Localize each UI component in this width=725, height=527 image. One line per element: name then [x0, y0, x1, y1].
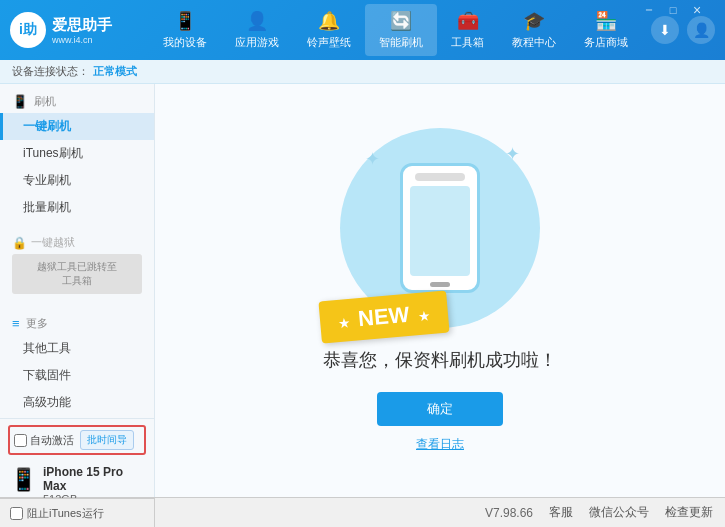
itunes-flash-label: iTunes刷机: [23, 146, 83, 160]
auto-activate-row: 自动激活 批时间导: [8, 425, 146, 455]
logo-area: i助 爱思助手 www.i4.cn: [10, 12, 140, 48]
nav-ringtone-label: 铃声壁纸: [307, 35, 351, 50]
jailbreak-label: 一键越狱: [31, 235, 75, 250]
new-banner: NEW: [318, 291, 449, 344]
service-icon: 🏪: [595, 10, 617, 32]
tutorials-icon: 🎓: [523, 10, 545, 32]
nav-tutorials-label: 教程中心: [512, 35, 556, 50]
version-label: V7.98.66: [485, 506, 533, 520]
flash-section: 📱 刷机 一键刷机 iTunes刷机 专业刷机 批量刷机: [0, 88, 154, 223]
itunes-checkbox[interactable]: [10, 507, 23, 520]
toolbox-icon: 🧰: [457, 10, 479, 32]
other-tools-label: 其他工具: [23, 341, 71, 355]
sub-header-status: 正常模式: [93, 64, 137, 79]
footer-right: V7.98.66 客服 微信公众号 检查更新: [155, 504, 725, 521]
customer-service-link[interactable]: 客服: [549, 504, 573, 521]
jailbreak-notice: 越狱工具已跳转至工具箱: [12, 254, 142, 294]
logo-icon: i助: [10, 12, 46, 48]
logo-sub-text: www.i4.cn: [52, 35, 112, 45]
nav-tutorials[interactable]: 🎓 教程中心: [498, 4, 570, 56]
more-section: ≡ 更多 其他工具 下载固件 高级功能: [0, 310, 154, 418]
minimize-button[interactable]: －: [637, 0, 661, 20]
view-log-button[interactable]: 查看日志: [416, 436, 464, 453]
itunes-bar: 阻止iTunes运行: [0, 498, 155, 527]
nav-service[interactable]: 🏪 务店商域: [570, 4, 642, 56]
sidebar: 📱 刷机 一键刷机 iTunes刷机 专业刷机 批量刷机: [0, 84, 155, 497]
device-name: iPhone 15 Pro Max: [43, 465, 144, 493]
download-firmware-label: 下载固件: [23, 368, 71, 382]
sub-header-label: 设备连接状态：: [12, 64, 89, 79]
download-button[interactable]: ⬇: [651, 16, 679, 44]
logo-text-block: 爱思助手 www.i4.cn: [52, 16, 112, 45]
check-update-link[interactable]: 检查更新: [665, 504, 713, 521]
smart-flash-icon: 🔄: [390, 10, 412, 32]
nav-apps-games[interactable]: 👤 应用游戏: [221, 4, 293, 56]
nav-toolbox[interactable]: 🧰 工具箱: [437, 4, 498, 56]
sidebar-item-download-firmware[interactable]: 下载固件: [0, 362, 154, 389]
nav-my-device-label: 我的设备: [163, 35, 207, 50]
phone-screen: [410, 186, 470, 276]
phone-circle-bg: ✦ ✦ NEW: [340, 128, 540, 328]
main-content: ✦ ✦ NEW 恭喜您，保资料刷机成功啦！: [155, 84, 725, 497]
one-key-flash-label: 一键刷机: [23, 119, 71, 133]
nav-toolbox-label: 工具箱: [451, 35, 484, 50]
nav-my-device[interactable]: 📱 我的设备: [149, 4, 221, 56]
my-device-icon: 📱: [174, 10, 196, 32]
device-phone-icon: 📱: [10, 467, 37, 493]
auto-activate-checkbox[interactable]: 自动激活: [14, 433, 74, 448]
sidebar-item-itunes-flash[interactable]: iTunes刷机: [0, 140, 154, 167]
pro-flash-label: 专业刷机: [23, 173, 71, 187]
apps-games-icon: 👤: [246, 10, 268, 32]
jailbreak-header: 🔒 一键越狱: [12, 235, 142, 250]
auto-activate-input[interactable]: [14, 434, 27, 447]
sidebar-item-one-key-flash[interactable]: 一键刷机: [0, 113, 154, 140]
sidebar-item-other-tools[interactable]: 其他工具: [0, 335, 154, 362]
main-nav: 📱 我的设备 👤 应用游戏 🔔 铃声壁纸 🔄 智能刷机 🧰 工具箱 🎓: [140, 4, 651, 56]
disabled-jailbreak-section: 🔒 一键越狱 越狱工具已跳转至工具箱: [0, 231, 154, 302]
itunes-label: 阻止iTunes运行: [27, 506, 104, 521]
sparkle-left: ✦: [365, 148, 380, 170]
auto-activate-label: 自动激活: [30, 433, 74, 448]
flash-group-header: 📱 刷机: [0, 90, 154, 113]
user-button[interactable]: 👤: [687, 16, 715, 44]
wechat-link[interactable]: 微信公众号: [589, 504, 649, 521]
phone-home-button: [430, 282, 450, 287]
sidebar-item-batch-flash[interactable]: 批量刷机: [0, 194, 154, 221]
nav-smart-flash[interactable]: 🔄 智能刷机: [365, 4, 437, 56]
ringtone-icon: 🔔: [318, 10, 340, 32]
flash-group-icon: 📱: [12, 94, 28, 109]
header-right: ⬇ 👤: [651, 16, 715, 44]
advanced-label: 高级功能: [23, 395, 71, 409]
batch-flash-label: 批量刷机: [23, 200, 71, 214]
nav-service-label: 务店商域: [584, 35, 628, 50]
sparkle-right: ✦: [505, 143, 520, 165]
logo-main-text: 爱思助手: [52, 16, 112, 35]
import-order-button[interactable]: 批时间导: [80, 430, 134, 450]
close-button[interactable]: ×: [685, 0, 709, 20]
more-group-label: 更多: [26, 316, 48, 331]
nav-ringtone[interactable]: 🔔 铃声壁纸: [293, 4, 365, 56]
flash-group-label: 刷机: [34, 94, 56, 109]
more-group-icon: ≡: [12, 316, 20, 331]
sidebar-item-advanced[interactable]: 高级功能: [0, 389, 154, 416]
more-group-header: ≡ 更多: [0, 312, 154, 335]
phone-shape: [400, 163, 480, 293]
confirm-button[interactable]: 确定: [377, 392, 503, 426]
success-title: 恭喜您，保资料刷机成功啦！: [323, 348, 557, 372]
nav-smart-flash-label: 智能刷机: [379, 35, 423, 50]
phone-illustration: ✦ ✦ NEW: [340, 128, 540, 328]
maximize-button[interactable]: □: [661, 0, 685, 20]
sub-header: 设备连接状态： 正常模式: [0, 60, 725, 84]
sidebar-item-pro-flash[interactable]: 专业刷机: [0, 167, 154, 194]
nav-apps-games-label: 应用游戏: [235, 35, 279, 50]
